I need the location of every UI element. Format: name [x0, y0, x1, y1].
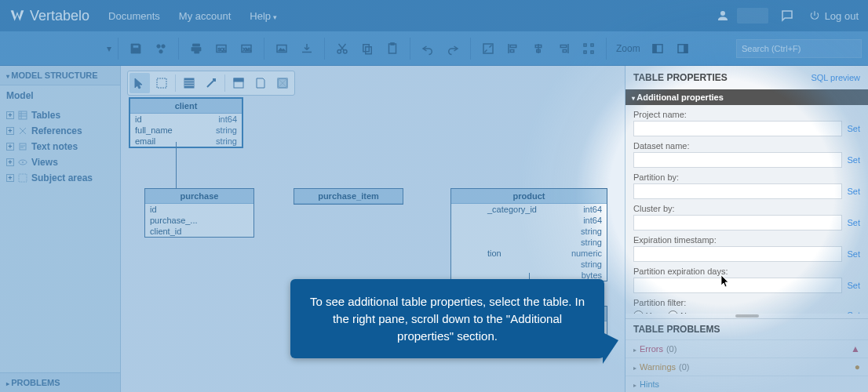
prop-set[interactable]: Set — [847, 155, 860, 165]
new-view-tool[interactable] — [228, 73, 249, 93]
chat-icon[interactable] — [778, 6, 797, 25]
prop-set[interactable]: Set — [847, 281, 860, 290]
top-nav: Vertabelo Documents My account Help Log … — [0, 0, 868, 31]
table-row: _category_idint64 — [451, 204, 607, 215]
power-icon — [809, 10, 820, 21]
model-root[interactable]: Model — [0, 85, 120, 106]
tree-label: Views — [31, 157, 58, 168]
cut-button[interactable] — [331, 38, 353, 60]
prop-partition-by-input[interactable] — [633, 183, 842, 199]
pointer-tool[interactable] — [129, 73, 150, 93]
redo-button[interactable] — [442, 38, 464, 60]
warning-icon: ● — [855, 361, 860, 372]
resize-button[interactable] — [477, 38, 499, 60]
prop-partition-by-label: Partition by: — [633, 172, 860, 182]
tree-textnotes[interactable]: +Text notes — [3, 139, 117, 154]
align-center-button[interactable] — [527, 38, 549, 60]
doc-dropdown-icon[interactable]: ▾ — [107, 43, 111, 54]
table-row: int64 — [451, 215, 607, 226]
nav-documents[interactable]: Documents — [108, 10, 160, 22]
prop-project-name-input[interactable] — [633, 121, 842, 136]
prop-cluster-by-input[interactable] — [633, 215, 842, 230]
nav-myaccount[interactable]: My account — [179, 10, 231, 22]
tree-label: Tables — [31, 110, 60, 121]
print-button[interactable] — [185, 38, 207, 60]
sql-preview-link[interactable]: SQL preview — [811, 73, 860, 82]
zoom-left-panel-button[interactable] — [647, 38, 669, 60]
nav-links: Documents My account Help — [108, 10, 277, 22]
prop-project-name-label: Project name: — [633, 110, 860, 119]
prop-cluster-by-label: Cluster by: — [633, 204, 860, 213]
new-reference-tool[interactable] — [201, 73, 221, 93]
canvas[interactable]: client idint64 full_namestring emailstri… — [121, 66, 625, 392]
paste-button[interactable] — [381, 38, 403, 60]
table-row: string — [451, 259, 607, 270]
xml-button[interactable]: XML — [235, 38, 257, 60]
logout-button[interactable]: Log out — [809, 10, 859, 22]
svg-rect-23 — [19, 174, 27, 182]
tree-label: References — [31, 125, 82, 136]
rp-header-label: TABLE PROPERTIES — [633, 72, 728, 83]
sidebar-problems-header[interactable]: PROBLEMS — [0, 372, 120, 392]
nav-help[interactable]: Help — [250, 10, 276, 22]
rp-body[interactable]: Project name: Set Dataset name: Set Part… — [625, 105, 868, 314]
prop-set[interactable]: Set — [847, 249, 860, 259]
copy-button[interactable] — [356, 38, 378, 60]
model-tree: +Tables +References +Text notes +Views +… — [0, 106, 120, 187]
problems-errors-row[interactable]: Errors (0) ▲ — [625, 339, 868, 358]
new-table-tool[interactable] — [179, 73, 199, 93]
image-export-button[interactable] — [271, 38, 293, 60]
problems-warnings-row[interactable]: Warnings (0) ● — [625, 358, 868, 376]
prop-expiration-ts-input[interactable] — [633, 246, 842, 262]
align-distribute-button[interactable] — [578, 38, 600, 60]
prop-partition-filter-label: Partition filter: — [633, 298, 860, 307]
prop-set[interactable]: Set — [847, 218, 860, 227]
zoom-right-panel-button[interactable] — [672, 38, 694, 60]
table-row: idint64 — [130, 114, 242, 125]
table-row: emailstring — [130, 136, 242, 147]
problems-hints-row[interactable]: Hints — [625, 376, 868, 392]
table-product[interactable]: product _category_idint64 int64 string s… — [450, 188, 607, 281]
table-row: string — [451, 226, 607, 237]
error-icon: ▲ — [851, 343, 860, 354]
new-area-tool[interactable] — [272, 73, 293, 93]
tree-subjectareas[interactable]: +Subject areas — [3, 170, 117, 186]
tree-label: Text notes — [31, 141, 78, 152]
select-area-tool[interactable] — [151, 73, 172, 93]
svg-point-2 — [159, 49, 163, 53]
sql-button[interactable]: SQL — [210, 38, 232, 60]
tree-views[interactable]: +Views — [3, 154, 117, 170]
tree-references[interactable]: +References — [3, 123, 117, 139]
undo-button[interactable] — [417, 38, 439, 60]
additional-properties-section[interactable]: Additional properties — [625, 89, 868, 105]
table-purchase-item[interactable]: purchase_item — [294, 188, 403, 205]
save-button[interactable] — [125, 38, 147, 60]
svg-point-22 — [22, 162, 24, 163]
table-purchase[interactable]: purchase id purchase_... client_id — [144, 188, 254, 238]
svg-point-0 — [157, 44, 161, 48]
panel-resize-handle[interactable] — [625, 314, 868, 318]
prop-set[interactable]: Set — [847, 187, 860, 196]
align-right-button[interactable] — [553, 38, 574, 60]
prop-set[interactable]: Set — [847, 124, 860, 133]
svg-rect-16 — [653, 44, 657, 53]
table-problems-header: TABLE PROBLEMS — [625, 318, 868, 339]
svg-text:SQL: SQL — [218, 47, 227, 52]
new-note-tool[interactable] — [250, 73, 271, 93]
share-button[interactable] — [150, 38, 172, 60]
callout-text: To see additional table properties, sele… — [310, 295, 585, 343]
prop-dataset-name-input[interactable] — [633, 152, 842, 168]
search-input[interactable] — [736, 39, 862, 58]
svg-point-1 — [162, 44, 166, 48]
table-client[interactable]: client idint64 full_namestring emailstri… — [129, 97, 243, 148]
tree-tables[interactable]: +Tables — [3, 107, 117, 123]
zoom-label: Zoom — [616, 43, 640, 54]
table-row: string — [451, 237, 607, 248]
model-structure-header[interactable]: MODEL STRUCTURE — [0, 66, 120, 85]
user-icon[interactable] — [713, 6, 732, 25]
import-button[interactable] — [296, 38, 318, 60]
table-row: id — [145, 204, 253, 215]
align-left-button[interactable] — [502, 38, 524, 60]
prop-partition-exp-days-input[interactable] — [633, 278, 842, 293]
table-row: tionnumeric — [451, 248, 607, 259]
